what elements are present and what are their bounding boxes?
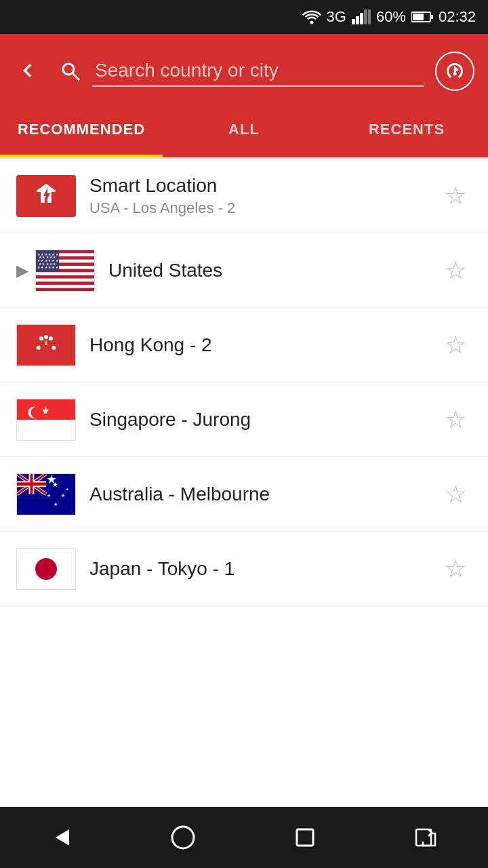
- flag-au: ★ ★ ★ ★ ★ ★: [16, 473, 76, 515]
- svg-rect-64: [297, 829, 313, 846]
- svg-text:★: ★: [54, 501, 58, 506]
- svg-text:★: ★: [46, 473, 57, 486]
- back-button[interactable]: [14, 54, 49, 89]
- svg-rect-36: [17, 420, 75, 440]
- svg-rect-53: [17, 482, 46, 486]
- flag-jp: [16, 548, 76, 590]
- location-name: United States: [108, 260, 439, 281]
- tab-recommended[interactable]: RECOMMENDED: [0, 108, 163, 157]
- svg-text:★ ★ ★ ★ ★ ★: ★ ★ ★ ★ ★ ★: [37, 266, 59, 269]
- search-input[interactable]: [92, 56, 424, 87]
- svg-point-63: [172, 827, 194, 848]
- svg-rect-3: [360, 13, 363, 24]
- favorite-button[interactable]: ☆: [439, 326, 472, 365]
- list-item[interactable]: Hong Kong - 2 ☆: [0, 308, 488, 382]
- location-name: Hong Kong - 2: [89, 334, 439, 356]
- svg-rect-20: [36, 278, 94, 281]
- battery-icon: [411, 11, 433, 23]
- svg-rect-7: [431, 15, 433, 19]
- location-name: Singapore - Jurong: [89, 409, 439, 431]
- svg-rect-8: [413, 14, 424, 20]
- flag-hk: [16, 324, 76, 366]
- flag-usa: ★ ★ ★ ★ ★ ★ ★ ★ ★ ★ ★ ★ ★ ★ ★ ★ ★ ★ ★ ★ …: [35, 250, 95, 292]
- share-nav-button[interactable]: [407, 817, 447, 858]
- svg-point-30: [52, 345, 56, 349]
- recent-nav-button[interactable]: [285, 817, 325, 858]
- tab-all[interactable]: ALL: [163, 108, 325, 157]
- list-item[interactable]: Japan - Tokyo - 1 ☆: [0, 532, 488, 606]
- battery-label: 60%: [376, 8, 406, 26]
- favorite-button[interactable]: ☆: [439, 251, 472, 290]
- location-name: Japan - Tokyo - 1: [89, 558, 439, 580]
- bottom-nav: [0, 807, 488, 868]
- svg-line-10: [73, 73, 79, 80]
- svg-point-38: [31, 406, 43, 418]
- location-info: Australia - Melbourne: [89, 484, 439, 505]
- svg-point-0: [310, 21, 313, 24]
- svg-text:★: ★: [61, 492, 65, 497]
- list-item[interactable]: Smart Location USA - Los Angeles - 2 ☆: [0, 159, 488, 233]
- location-info: Hong Kong - 2: [89, 334, 439, 356]
- list-item[interactable]: Singapore - Jurong ☆: [0, 382, 488, 457]
- smart-location-icon: [16, 175, 76, 217]
- search-icon: [60, 60, 81, 82]
- location-sub: USA - Los Angeles - 2: [89, 199, 439, 217]
- favorite-button[interactable]: ☆: [439, 400, 472, 439]
- tabs: RECOMMENDED ALL RECENTS: [0, 108, 488, 157]
- location-info: Singapore - Jurong: [89, 409, 439, 431]
- favorite-button[interactable]: ☆: [439, 176, 472, 216]
- list-item[interactable]: ▶ ★ ★ ★ ★ ★ ★ ★ ★ ★ ★ ★ ★ ★ ★ ★ ★ ★ ★ ★ …: [0, 233, 488, 308]
- network-label: 3G: [327, 8, 346, 26]
- signal-icon: [352, 9, 371, 24]
- location-list: Smart Location USA - Los Angeles - 2 ☆ ▶…: [0, 159, 488, 606]
- time-label: 02:32: [439, 8, 476, 26]
- location-name: Australia - Melbourne: [89, 484, 439, 505]
- list-item[interactable]: ★ ★ ★ ★ ★ ★ Australia - Melbourne ☆: [0, 457, 488, 532]
- svg-point-33: [39, 336, 43, 340]
- svg-point-31: [49, 336, 53, 340]
- wifi-icon: [302, 9, 321, 24]
- favorite-button[interactable]: ☆: [439, 549, 472, 589]
- svg-point-61: [35, 558, 57, 580]
- back-nav-button[interactable]: [41, 817, 81, 858]
- location-info: Japan - Tokyo - 1: [89, 558, 439, 580]
- status-bar: 3G 60% 02:32: [0, 0, 488, 34]
- tab-recents[interactable]: RECENTS: [325, 108, 488, 157]
- flag-sg: [16, 399, 76, 441]
- svg-rect-4: [364, 9, 367, 24]
- svg-text:★: ★: [47, 492, 51, 497]
- svg-rect-21: [36, 284, 94, 288]
- svg-point-29: [44, 335, 48, 339]
- location-info: United States: [108, 260, 439, 281]
- svg-rect-2: [356, 16, 359, 24]
- svg-point-32: [37, 345, 41, 349]
- home-nav-button[interactable]: [163, 817, 203, 858]
- expand-arrow: ▶: [16, 261, 28, 280]
- status-icons: 3G 60% 02:32: [302, 8, 476, 26]
- svg-rect-5: [368, 9, 371, 24]
- svg-rect-19: [36, 272, 94, 275]
- location-name: Smart Location: [89, 175, 439, 197]
- location-info: Smart Location USA - Los Angeles - 2: [89, 175, 439, 217]
- svg-rect-1: [352, 19, 355, 24]
- svg-point-9: [63, 64, 74, 75]
- favorite-button[interactable]: ☆: [439, 475, 472, 514]
- speed-test-button[interactable]: [435, 52, 474, 91]
- header: [0, 34, 488, 108]
- svg-marker-62: [56, 829, 69, 846]
